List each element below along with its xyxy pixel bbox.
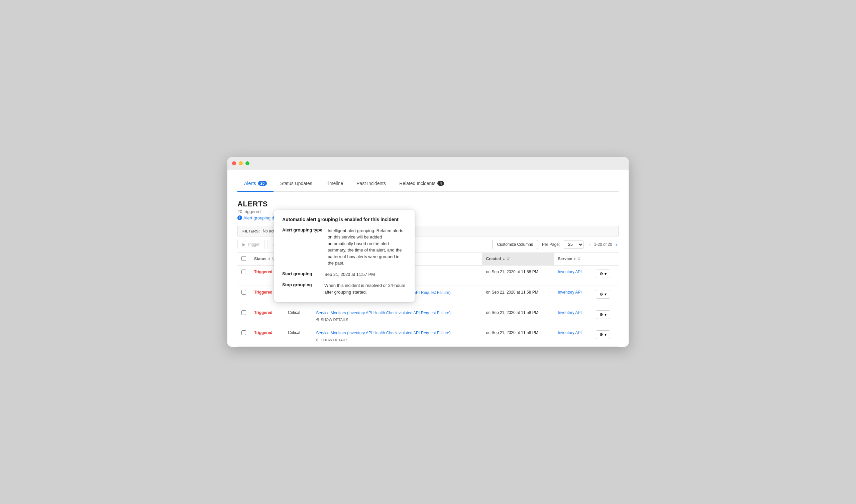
maximize-button[interactable] — [245, 161, 250, 165]
th-service: Service ⇕ ▽ — [554, 253, 592, 266]
per-page-select[interactable]: 25 50 100 — [564, 240, 583, 249]
tooltip-title: Automatic alert grouping is enabled for … — [282, 217, 407, 222]
th-created: Created ▲ ▽ — [482, 253, 554, 266]
table-row: Triggered Critical Service Monitors (Inv… — [237, 306, 619, 326]
row-status-3: Triggered — [250, 326, 284, 347]
row-checkbox-cell — [237, 326, 250, 347]
tab-timeline-label: Timeline — [326, 181, 343, 186]
service-link-3[interactable]: Inventory API — [558, 330, 581, 335]
trigger-label: Trigger — [247, 242, 260, 247]
tab-alerts[interactable]: Alerts 20 — [237, 177, 274, 192]
created-sort-icon[interactable]: ▲ — [502, 257, 505, 260]
chevron-down-icon-1: ▾ — [604, 292, 606, 296]
chevron-down-icon-0: ▾ — [604, 272, 606, 276]
toolbar-right: Customize Columns Per Page: 25 50 100 ‹ … — [492, 240, 619, 249]
status-value-0: Triggered — [254, 270, 273, 274]
tooltip-val-1: Sep 21, 2020 at 11:57 PM — [324, 271, 375, 278]
plus-icon-3: ⊕ — [316, 337, 320, 342]
service-link-2[interactable]: Inventory API — [558, 310, 581, 315]
info-icon: i — [237, 215, 242, 220]
tab-bar: Alerts 20 Status Updates Timeline Past I… — [237, 177, 619, 192]
gear-icon-1: ⚙ — [600, 292, 603, 296]
show-details-2[interactable]: ⊕ SHOW DETAILS — [316, 317, 478, 322]
trigger-icon: ▶ — [242, 242, 245, 247]
created-filter-icon[interactable]: ▽ — [507, 257, 509, 261]
row-created-1: on Sep 21, 2020 at 11:58 PM — [482, 286, 554, 306]
tab-past-incidents-label: Past Incidents — [357, 181, 386, 186]
row-service-2: Inventory API — [554, 306, 592, 326]
tab-alerts-label: Alerts — [244, 181, 256, 186]
trigger-button[interactable]: ▶ Trigger — [237, 240, 265, 249]
per-page-label: Per Page: — [542, 242, 560, 247]
select-all-checkbox[interactable] — [241, 256, 246, 261]
tooltip-val-2: When this incident is resolved or 24-hou… — [324, 282, 407, 295]
tab-related-incidents-label: Related Incidents — [399, 181, 435, 186]
row-status-2: Triggered — [250, 306, 284, 326]
row-action-0: ⚙ ▾ — [592, 265, 619, 286]
service-filter-icon[interactable]: ▽ — [578, 257, 580, 261]
row-action-1: ⚙ ▾ — [592, 286, 619, 306]
customize-columns-button[interactable]: Customize Columns — [492, 240, 538, 249]
close-button[interactable] — [232, 161, 236, 165]
service-link-1[interactable]: Inventory API — [558, 290, 581, 294]
row-checkbox-1[interactable] — [241, 290, 246, 294]
row-title-3: Service Monitors (Inventory API Health C… — [312, 326, 482, 347]
status-value-1: Triggered — [254, 290, 273, 294]
tab-past-incidents[interactable]: Past Incidents — [350, 177, 393, 192]
chevron-down-icon-3: ▾ — [604, 332, 606, 337]
tooltip-val-0: Intelligent alert grouping. Related aler… — [328, 228, 407, 267]
row-created-2: on Sep 21, 2020 at 11:58 PM — [482, 306, 554, 326]
section-title: ALERTS — [237, 200, 619, 209]
tooltip-key-0: Alert grouping type — [282, 228, 322, 267]
service-sort-icon[interactable]: ⇕ — [573, 257, 576, 260]
gear-icon-3: ⚙ — [600, 332, 603, 337]
row-action-3: ⚙ ▾ — [592, 326, 619, 347]
row-severity-3: Critical — [284, 326, 312, 347]
th-status-label: Status — [254, 256, 267, 261]
action-button-2[interactable]: ⚙ ▾ — [596, 310, 610, 319]
row-checkbox-cell — [237, 306, 250, 326]
tab-related-incidents[interactable]: Related Incidents 4 — [393, 177, 451, 192]
titlebar — [227, 157, 629, 170]
alert-title-link-3[interactable]: Service Monitors (Inventory API Health C… — [316, 330, 478, 336]
th-created-label: Created — [486, 256, 501, 261]
tab-timeline[interactable]: Timeline — [319, 177, 350, 192]
tooltip-rows: Alert grouping type Intelligent alert gr… — [282, 228, 407, 295]
pagination-prev-button[interactable]: ‹ — [587, 241, 592, 248]
tab-status-updates-label: Status Updates — [280, 181, 312, 186]
row-action-2: ⚙ ▾ — [592, 306, 619, 326]
pagination: ‹ 1-20 of 20 › — [587, 241, 619, 248]
row-severity-2: Critical — [284, 306, 312, 326]
tab-alerts-badge: 20 — [258, 181, 267, 186]
th-service-label: Service — [558, 256, 572, 261]
row-checkbox-3[interactable] — [241, 330, 246, 335]
table-row: Triggered Critical Service Monitors (Inv… — [237, 326, 619, 347]
row-service-0: Inventory API — [554, 265, 592, 286]
content-area: Alerts 20 Status Updates Timeline Past I… — [227, 170, 629, 347]
tooltip-key-1: Start grouping — [282, 271, 319, 278]
alert-title-link-2[interactable]: Service Monitors (Inventory API Health C… — [316, 310, 478, 316]
tab-related-incidents-badge: 4 — [438, 181, 444, 186]
row-created-0: on Sep 21, 2020 at 11:58 PM — [482, 265, 554, 286]
pagination-range: 1-20 of 20 — [594, 242, 612, 247]
main-window: Alerts 20 Status Updates Timeline Past I… — [227, 157, 629, 347]
show-details-3[interactable]: ⊕ SHOW DETAILS — [316, 337, 478, 342]
tooltip-row-0: Alert grouping type Intelligent alert gr… — [282, 228, 407, 267]
tooltip-row-2: Stop grouping When this incident is reso… — [282, 282, 407, 295]
minimize-button[interactable] — [239, 161, 243, 165]
pagination-next-button[interactable]: › — [614, 241, 619, 248]
plus-icon-2: ⊕ — [316, 317, 320, 322]
action-button-1[interactable]: ⚙ ▾ — [596, 290, 610, 299]
row-checkbox-cell — [237, 286, 250, 306]
row-checkbox-2[interactable] — [241, 310, 246, 315]
row-checkbox-0[interactable] — [241, 270, 246, 274]
tab-status-updates[interactable]: Status Updates — [274, 177, 319, 192]
row-created-3: on Sep 21, 2020 at 11:58 PM — [482, 326, 554, 347]
tooltip-key-2: Stop grouping — [282, 282, 319, 295]
action-button-0[interactable]: ⚙ ▾ — [596, 270, 610, 278]
gear-icon-0: ⚙ — [600, 272, 603, 276]
action-button-3[interactable]: ⚙ ▾ — [596, 330, 610, 339]
service-link-0[interactable]: Inventory API — [558, 270, 581, 274]
status-value-2: Triggered — [254, 310, 273, 315]
status-sort-icon[interactable]: ⇕ — [268, 257, 271, 260]
